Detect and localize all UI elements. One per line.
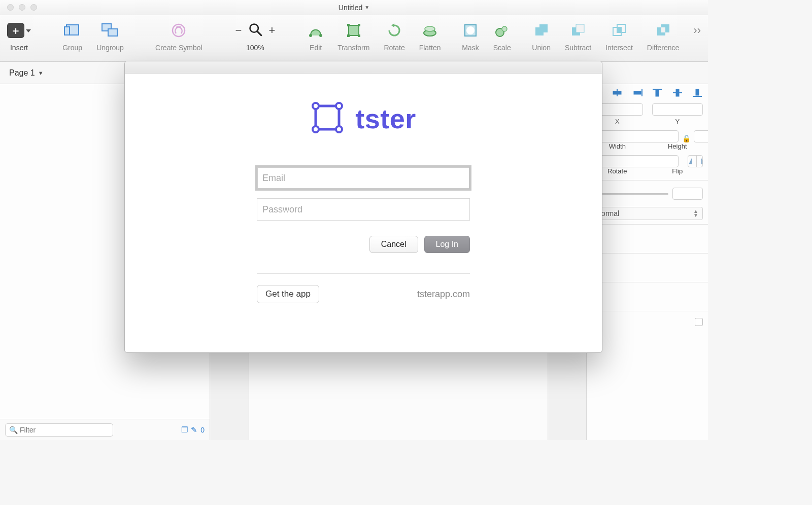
brand-mark-icon — [311, 101, 344, 136]
brand-logo: tster — [311, 101, 416, 136]
svg-point-47 — [336, 103, 342, 109]
login-form: Cancel Log In — [257, 167, 470, 253]
get-app-button[interactable]: Get the app — [257, 285, 319, 303]
svg-point-48 — [313, 126, 319, 132]
svg-point-46 — [313, 103, 319, 109]
login-modal: tster Cancel Log In Get the app tsterapp… — [124, 61, 602, 353]
login-button[interactable]: Log In — [424, 236, 470, 253]
email-field[interactable] — [257, 167, 470, 189]
cancel-button[interactable]: Cancel — [369, 236, 418, 253]
divider — [257, 273, 470, 274]
brand-name: tster — [355, 103, 416, 134]
svg-point-49 — [336, 126, 342, 132]
modal-header — [125, 61, 602, 74]
site-link[interactable]: tsterapp.com — [417, 289, 470, 300]
modal-overlay: tster Cancel Log In Get the app tsterapp… — [0, 0, 708, 440]
password-field[interactable] — [257, 198, 470, 221]
svg-rect-45 — [316, 106, 339, 129]
